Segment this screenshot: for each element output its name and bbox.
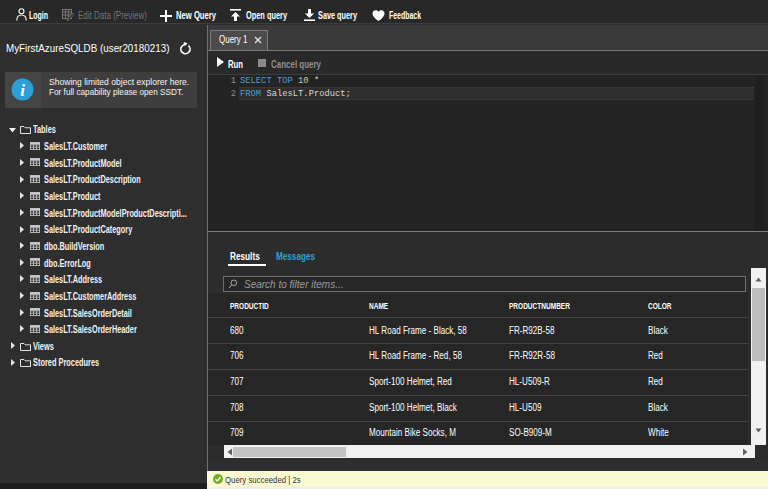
svg-text:i: i — [20, 81, 25, 100]
